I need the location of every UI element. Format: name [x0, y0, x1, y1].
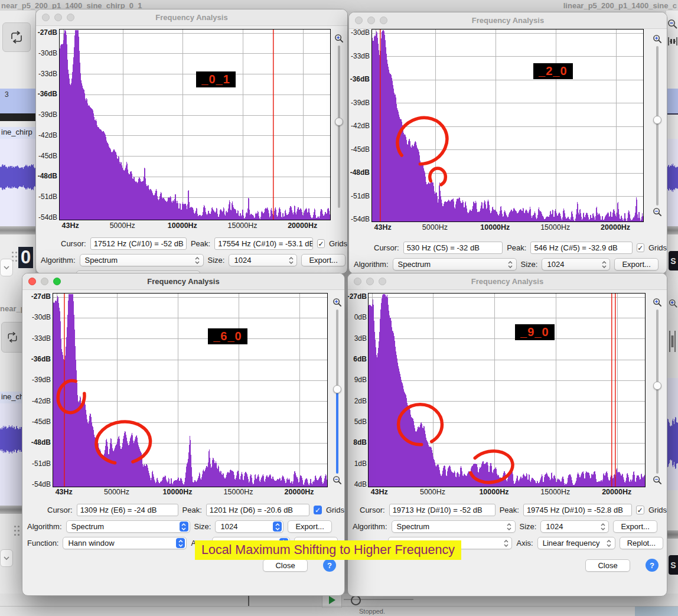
export-button[interactable]: Export... [288, 520, 331, 533]
ylab-label: 1dB [354, 458, 367, 469]
size-select[interactable]: 1024 [229, 254, 297, 266]
close-window-icon[interactable] [28, 278, 36, 285]
size-select[interactable]: 1024 [215, 520, 283, 533]
zoom-slider[interactable] [656, 309, 659, 474]
timeline-ruler-right[interactable] [666, 89, 678, 115]
zoom-out-icon[interactable] [653, 475, 663, 485]
algorithm-select[interactable]: Spectrum [393, 258, 517, 270]
x-axis-labels: 43Hz5000Hz10000Hz15000Hz20000Hz [371, 223, 643, 233]
zoom-in-icon[interactable] [334, 34, 344, 44]
peak-value-field[interactable]: 1201 Hz (D6) = -20.6 dB [206, 504, 309, 516]
help-button[interactable]: ? [323, 559, 336, 572]
export-button[interactable]: Export... [614, 258, 658, 270]
collapse-toolbar-button[interactable] [0, 259, 13, 276]
zoom-slider[interactable] [336, 309, 338, 474]
collapse-toolbar-button-2[interactable] [0, 549, 13, 567]
cursor-value-field[interactable]: 19713 Hz (D#10) = -52 dB [389, 504, 496, 516]
ylab-label: -39dB [351, 97, 370, 108]
function-select[interactable]: Hann window [63, 537, 187, 549]
zoom-in-icon[interactable] [333, 298, 343, 308]
size-select[interactable]: 1024 [542, 258, 610, 270]
grids-checkbox[interactable]: ✓ [637, 243, 644, 252]
fit-selection-icon[interactable] [667, 37, 678, 46]
cursor-value-field[interactable]: 1309 Hz (E6) = -24 dB [77, 504, 178, 516]
close-window-icon[interactable] [42, 14, 50, 21]
chevron-updown-icon [506, 259, 515, 269]
minimize-window-icon[interactable] [367, 17, 375, 24]
zoom-slider-thumb[interactable] [333, 385, 341, 393]
zoom-slider-thumb[interactable] [335, 118, 343, 126]
minimize-window-icon[interactable] [41, 278, 48, 285]
zoom-in-icon[interactable] [669, 299, 678, 308]
ylab-label: -48dB [38, 171, 57, 181]
zoom-out-icon[interactable] [653, 207, 663, 217]
algorithm-select[interactable]: Spectrum [80, 254, 204, 266]
slider-knob[interactable] [351, 595, 361, 605]
loop-button[interactable] [2, 22, 31, 52]
xlab-label: 15000Hz [227, 221, 257, 230]
xlab-label: 5000Hz [110, 221, 135, 230]
waveform-clip-2 [0, 421, 22, 458]
grip-icon[interactable] [14, 526, 16, 527]
grids-checkbox[interactable]: ✓ [636, 506, 644, 514]
grids-checkbox[interactable]: ✓ [314, 506, 322, 514]
window-titlebar[interactable]: Frequency Analysis [349, 12, 667, 29]
zoom-slider[interactable] [656, 46, 659, 206]
track-name-label-2[interactable]: ine_ch [0, 392, 24, 405]
close-button[interactable]: Close [263, 559, 308, 572]
zoom-window-icon[interactable] [67, 14, 74, 21]
grids-checkbox[interactable]: ✓ [317, 239, 325, 248]
loop-button-2[interactable] [1, 322, 23, 353]
help-button[interactable]: ? [646, 559, 659, 572]
trim-icon[interactable] [668, 330, 677, 353]
spectrum-plot[interactable]: _9_0 [368, 293, 646, 487]
window-titlebar[interactable]: Frequency Analysis [22, 273, 344, 290]
stop-button-2[interactable]: S [669, 555, 678, 575]
ylab-label: -54dB [38, 212, 57, 223]
timeline-ruler[interactable]: 3 [0, 89, 35, 115]
algorithm-select[interactable]: Spectrum [392, 520, 516, 533]
zoom-window-icon[interactable] [53, 278, 61, 285]
axis-select[interactable]: Linear frequency [537, 537, 615, 549]
close-window-icon[interactable] [355, 17, 363, 24]
zoom-out-icon[interactable] [333, 475, 343, 485]
minimize-window-icon[interactable] [54, 14, 62, 21]
ylab-label: -36dB [38, 89, 57, 99]
zoom-in-icon[interactable] [653, 34, 663, 44]
zoom-window-icon[interactable] [380, 17, 387, 24]
export-button[interactable]: Export... [301, 254, 345, 266]
peak-value-field[interactable]: 546 Hz (C#5) = -32.9 dB [530, 242, 632, 254]
zoom-out-icon[interactable] [667, 19, 678, 30]
spectrum-plot[interactable]: _0_1 [59, 29, 331, 220]
replot-button[interactable]: Replot... [620, 537, 663, 549]
zoom-window-icon[interactable] [379, 278, 386, 285]
close-window-icon[interactable] [354, 278, 361, 285]
algorithm-label: Algorithm: [27, 522, 62, 531]
close-button[interactable]: Close [585, 559, 630, 572]
cursor-value-field[interactable]: 530 Hz (C5) = -32 dB [403, 242, 503, 254]
spectrum-plot[interactable]: _2_0 [371, 29, 644, 222]
window-titlebar[interactable]: Frequency Analysis [36, 9, 347, 26]
annotation-banner: Local Maximum Shifting to Higher Frequen… [195, 540, 461, 560]
size-select[interactable]: 1024 [540, 520, 609, 533]
spectrum-plot[interactable]: _6_0 [53, 293, 328, 487]
minimize-window-icon[interactable] [366, 278, 374, 285]
ylab-label: 6dB [353, 354, 367, 364]
stop-button[interactable]: S [669, 251, 678, 270]
window-titlebar[interactable]: Frequency Analysis [348, 273, 667, 290]
zoom-slider-thumb[interactable] [653, 116, 661, 124]
zoom-slider[interactable] [338, 45, 340, 208]
zoom-in-icon[interactable] [653, 298, 663, 308]
zoom-slider-thumb[interactable] [653, 382, 661, 390]
peak-value-field[interactable]: 19745 Hz (D#10) = -52.8 dB [523, 504, 632, 516]
export-button[interactable]: Export... [613, 520, 657, 533]
algorithm-select[interactable]: Spectrum [66, 520, 190, 533]
track-name-label[interactable]: ine_chirp [0, 127, 38, 140]
peak-value-field[interactable]: 17554 Hz (C#10) = -53.1 dB [214, 237, 313, 250]
selection-time-digit[interactable]: 0 [18, 247, 33, 268]
size-label: Size: [521, 260, 538, 269]
cursor-value-field[interactable]: 17512 Hz (C#10) = -52 dB [90, 237, 187, 250]
playback-speed-slider[interactable] [344, 599, 413, 600]
chevron-updown-icon [193, 255, 202, 265]
grip-icon[interactable] [12, 252, 14, 253]
